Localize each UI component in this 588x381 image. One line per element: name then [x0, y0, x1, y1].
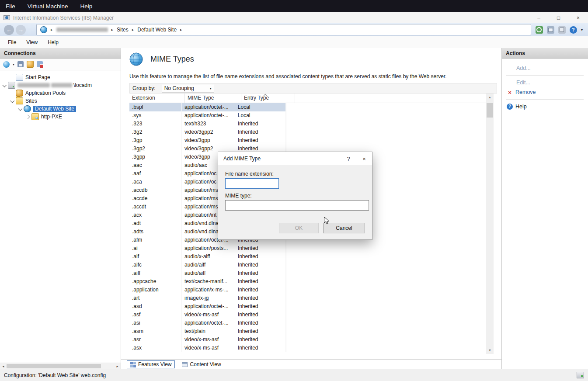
mime-row[interactable]: .323text/h323Inherited [129, 120, 286, 128]
close-button[interactable]: × [568, 12, 588, 23]
tree-item-http-pxe[interactable]: http-PXE [0, 113, 121, 121]
tree-item-default-web-site[interactable]: Default Web Site [0, 105, 121, 113]
mime-row[interactable]: .asiapplication/octet-...Inherited [129, 319, 286, 327]
tab-content-view[interactable]: Content View [179, 361, 224, 368]
stop-icon[interactable] [558, 26, 566, 34]
browse-icon[interactable] [547, 26, 554, 34]
mime-row[interactable]: .sysapplication/octet-...Local [129, 111, 286, 120]
extension-cell: .aifc [129, 261, 182, 269]
dialog-titlebar[interactable]: Add MIME Type ? × [218, 152, 372, 165]
extension-cell: .ai [129, 244, 182, 253]
refresh-icon[interactable] [536, 26, 543, 34]
redacted-server-name [51, 83, 72, 87]
tree-item-label: Application Pools [25, 90, 66, 96]
tab-features-view[interactable]: Features View [127, 360, 175, 368]
file-extension-input[interactable] [225, 178, 279, 189]
sites-folder-icon [16, 97, 23, 104]
extension-cell: .asd [129, 302, 182, 311]
mime-row[interactable]: .asxvideo/x-ms-asfInherited [129, 344, 286, 352]
dialog-title: Add MIME Type [223, 156, 261, 162]
menu-view[interactable]: View [26, 39, 38, 45]
mime-row[interactable]: .appcachetext/cache-manif...Inherited [129, 277, 286, 286]
actions-separator [506, 75, 584, 76]
breadcrumb-separator-icon: ▸ [180, 28, 182, 32]
chevron-down-icon[interactable]: ▾ [581, 28, 583, 32]
menu-file[interactable]: File [8, 39, 16, 45]
mime-type-cell: text/cache-manif... [182, 277, 235, 286]
entry-type-cell: Inherited [235, 327, 286, 336]
breadcrumb-default-web-site[interactable]: Default Web Site [137, 27, 177, 33]
entry-type-cell: Inherited [235, 136, 286, 145]
redacted-server-crumb[interactable] [56, 28, 108, 32]
mime-row[interactable]: .bsplapplication/octet-...Local [129, 103, 286, 111]
help-icon[interactable]: ? [570, 26, 577, 34]
mime-type-input[interactable] [225, 200, 369, 211]
connections-toolbar: ▾ [0, 59, 121, 70]
dialog-close-button[interactable]: × [356, 152, 372, 165]
maximize-button[interactable]: □ [549, 12, 568, 23]
mime-row[interactable]: .aiapplication/posts...Inherited [129, 244, 286, 253]
mime-row[interactable]: .3g2video/3gpp2Inherited [129, 128, 286, 136]
column-header-entry-type[interactable]: Entry Type [241, 94, 295, 103]
breadcrumb: ▸ ▸ Sites ▸ Default Web Site ▸ [36, 24, 531, 35]
chevron-expanded-icon[interactable] [10, 98, 14, 103]
mime-type-input-wrap [225, 200, 369, 211]
extension-cell: .adt [129, 219, 182, 228]
save-connections-icon[interactable] [17, 61, 24, 67]
mime-row[interactable]: .asdapplication/octet-...Inherited [129, 302, 286, 311]
mime-row[interactable]: .aifcaudio/aiffInherited [129, 261, 286, 269]
edit-connection-icon[interactable] [27, 61, 34, 68]
horizontal-scrollbar[interactable]: ◂ ▸ [0, 363, 121, 369]
tree-item-sites[interactable]: Sites [0, 97, 121, 105]
tree-item-server[interactable]: \locadm [0, 81, 121, 89]
mime-row[interactable]: .asmtext/plainInherited [129, 327, 286, 336]
chevron-expanded-icon[interactable] [18, 106, 22, 111]
column-header-extension[interactable]: Extension [129, 94, 185, 103]
header-filler [295, 94, 494, 103]
dialog-help-button[interactable]: ? [341, 152, 356, 165]
mime-row[interactable]: .aiffaudio/aiffInherited [129, 269, 286, 277]
chevron-down-icon[interactable]: ▾ [13, 62, 14, 66]
action-help[interactable]: ?Help [506, 102, 584, 111]
entry-type-cell: Inherited [235, 277, 286, 286]
mime-row[interactable]: .aifaudio/x-aiffInherited [129, 253, 286, 261]
column-header-mime-type[interactable]: MIME Type [185, 94, 241, 103]
mime-row[interactable]: .3gpvideo/3gppInherited [129, 136, 286, 145]
mime-type-cell: image/x-jg [182, 294, 235, 302]
chevron-expanded-icon[interactable] [2, 83, 7, 87]
forward-button[interactable]: → [16, 25, 26, 35]
remove-connection-icon[interactable] [37, 61, 43, 67]
breadcrumb-sites[interactable]: Sites [117, 27, 129, 33]
tree-item-application-pools[interactable]: Application Pools [0, 89, 121, 97]
scroll-up-icon[interactable]: ▲ [486, 94, 494, 101]
connect-server-icon[interactable] [3, 61, 10, 68]
extension-cell: .art [129, 294, 182, 302]
tree-item-start-page[interactable]: Start Page [0, 73, 121, 81]
back-button[interactable]: ← [4, 25, 14, 35]
window-title: Internet Information Services (IIS) Mana… [13, 15, 114, 21]
menu-help[interactable]: Help [48, 39, 59, 45]
scrollbar-thumb[interactable] [487, 103, 493, 118]
extension-cell: .323 [129, 120, 182, 128]
mime-row[interactable]: .applicationapplication/x-ms-...Inherite… [129, 286, 286, 294]
entry-type-cell: Inherited [235, 344, 286, 352]
vertical-scrollbar[interactable]: ▲ ▼ [486, 94, 494, 354]
scroll-right-icon[interactable]: ▸ [114, 364, 121, 368]
vm-menu-file[interactable]: File [6, 3, 15, 10]
extension-cell: .aac [129, 161, 182, 170]
features-view-icon [130, 362, 136, 367]
vm-menu-virtual-machine[interactable]: Virtual Machine [28, 3, 68, 10]
group-by-dropdown[interactable]: No Grouping ▾ [162, 84, 214, 93]
minimize-button[interactable]: – [529, 12, 549, 23]
list-header: Extension MIME Type Entry Type [129, 94, 494, 103]
action-remove[interactable]: ×Remove [506, 87, 584, 97]
mime-row[interactable]: .asrvideo/x-ms-asfInherited [129, 336, 286, 344]
extension-cell: .appcache [129, 277, 182, 286]
chevron-collapsed-icon[interactable] [26, 114, 30, 119]
mime-row[interactable]: .asfvideo/x-ms-asfInherited [129, 311, 286, 319]
vm-menu-help[interactable]: Help [80, 3, 93, 10]
scroll-down-icon[interactable]: ▼ [486, 346, 494, 354]
mime-row[interactable]: .artimage/x-jgInherited [129, 294, 286, 302]
scroll-left-icon[interactable]: ◂ [0, 364, 7, 368]
scrollbar-thumb[interactable] [7, 364, 101, 368]
